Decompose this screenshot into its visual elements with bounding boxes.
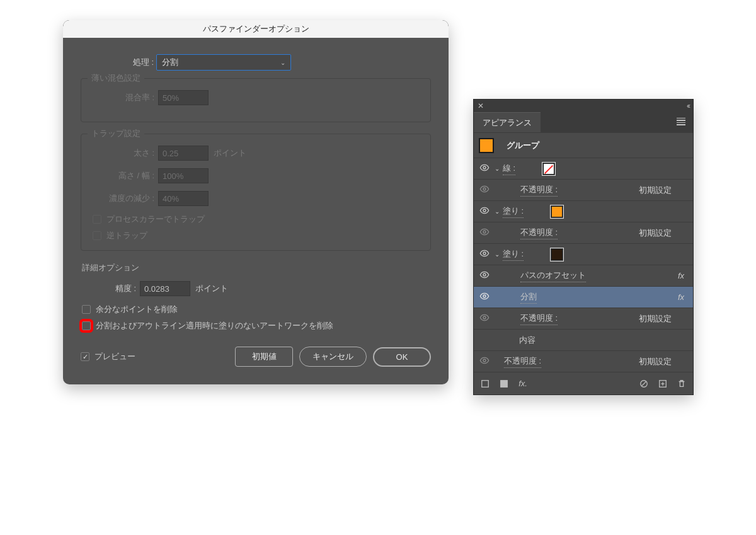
visibility-icon[interactable] [479,355,490,367]
advanced-title: 詳細オプション [82,262,430,273]
panel-menu-icon[interactable] [674,114,688,131]
density-reduce-label: 濃度の減少 : [93,193,154,204]
dialog-title: パスファインダーオプション [63,20,449,38]
svg-point-1 [483,188,486,190]
trash-icon[interactable] [677,379,687,389]
row-fill-1[interactable]: ⌄ 塗り : [474,200,693,222]
visibility-icon[interactable] [479,184,490,196]
trap-fieldset: トラップ設定 太さ : ポイント 高さ / 幅 : 濃度の減少 : プロセスカラ… [81,134,431,251]
precision-unit: ポイント [195,283,228,294]
process-color-checkbox [93,215,101,224]
row-fill-2[interactable]: ⌄ 塗り : [474,243,693,265]
thickness-unit: ポイント [214,147,246,159]
svg-rect-10 [501,380,508,387]
row-object-opacity[interactable]: 不透明度 : 初期設定 [474,350,693,372]
visibility-icon[interactable] [479,227,490,239]
appearance-list: グループ ⌄ 線 : 不透明度 : 初期設定 ⌄ 塗り : [474,132,693,372]
remove-unfilled-checkbox[interactable] [82,321,91,330]
pathfinder-options-dialog: パスファインダーオプション 処理 : 分割 ⌄ 薄い混色設定 混合率 : トラッ… [63,20,449,384]
thickness-label: 太さ : [93,147,154,159]
fill-label: 塗り : [503,205,524,218]
opacity-value: 初期設定 [639,185,672,196]
soft-mix-fieldset: 薄い混色設定 混合率 : [81,78,431,122]
svg-line-12 [642,381,646,386]
operation-value: 分割 [162,57,178,68]
density-reduce-input [158,191,209,206]
clear-icon[interactable] [639,379,649,389]
svg-point-2 [483,209,486,212]
contents-label: 内容 [519,335,536,346]
opacity-label: 不透明度 : [504,355,541,368]
operation-label: 処理 : [81,57,154,68]
row-fill-2-opacity[interactable]: 不透明度 : 初期設定 [474,308,693,329]
advanced-fieldset: 詳細オプション 精度 : ポイント 余分なポイントを削除 分割およびアウトライン… [81,262,431,331]
preview-checkbox[interactable] [81,352,89,361]
duplicate-icon[interactable] [658,379,668,389]
panel-tabbar: アピアランス [474,112,693,132]
visibility-icon[interactable] [479,291,490,303]
opacity-value: 初期設定 [639,313,672,325]
defaults-button[interactable]: 初期値 [235,347,293,367]
divide-label: 分割 [520,291,537,304]
appearance-panel: ✕ ‹‹ アピアランス グループ ⌄ 線 : 不透明度 : [474,100,693,394]
fx-icon[interactable]: fx [678,271,684,280]
mix-ratio-input [158,90,209,105]
svg-point-0 [483,166,486,169]
remove-extra-points-label: 余分なポイントを削除 [96,304,178,315]
new-stroke-icon[interactable] [480,379,490,389]
svg-point-4 [483,252,486,255]
row-stroke-opacity[interactable]: 不透明度 : 初期設定 [474,179,693,200]
row-stroke[interactable]: ⌄ 線 : [474,158,693,179]
fill-swatch-dark[interactable] [551,249,563,260]
fill-label: 塗り : [503,248,524,261]
add-effect-icon[interactable]: fx. [518,379,528,389]
trap-title: トラップ設定 [88,128,144,139]
svg-point-8 [483,359,486,362]
preview-label: プレビュー [94,351,135,362]
height-input [158,168,209,183]
cancel-button[interactable]: キャンセル [299,347,367,367]
opacity-label: 不透明度 : [520,227,558,239]
collapse-icon[interactable]: ‹‹ [687,101,689,110]
expander-icon[interactable]: ⌄ [493,251,501,258]
thickness-input [158,146,209,161]
opacity-value: 初期設定 [639,227,672,239]
precision-input[interactable] [140,281,190,296]
visibility-icon[interactable] [479,248,490,260]
row-offset-path[interactable]: パスのオフセット fx [474,265,693,286]
svg-point-7 [483,316,486,319]
soft-mix-title: 薄い混色設定 [88,72,144,84]
ok-button[interactable]: OK [373,347,431,367]
remove-unfilled-label: 分割およびアウトライン適用時に塗りのないアートワークを削除 [96,320,333,331]
svg-point-6 [483,295,486,297]
opacity-label: 不透明度 : [520,184,558,197]
panel-topbar: ✕ ‹‹ [474,100,693,112]
row-fill-1-opacity[interactable]: 不透明度 : 初期設定 [474,222,693,243]
expander-icon[interactable]: ⌄ [493,208,501,215]
tab-appearance[interactable]: アピアランス [474,112,541,132]
stroke-swatch-none[interactable] [543,163,554,175]
visibility-icon[interactable] [479,205,490,217]
process-color-label: プロセスカラーでトラップ [106,214,205,225]
group-thumbnail [479,138,494,153]
row-contents[interactable]: 内容 [474,329,693,350]
visibility-icon[interactable] [479,270,490,282]
new-fill-icon[interactable] [499,379,509,389]
menu-lines-icon [677,117,685,127]
remove-extra-points-checkbox[interactable] [82,305,91,314]
visibility-icon[interactable] [479,313,490,325]
close-icon[interactable]: ✕ [478,101,484,110]
svg-point-3 [483,231,486,233]
svg-rect-9 [482,380,489,387]
precision-label: 精度 : [82,283,136,294]
reverse-trap-label: 逆トラップ [106,230,147,241]
expander-icon[interactable]: ⌄ [493,165,501,172]
fill-swatch-orange[interactable] [551,206,563,217]
operation-select[interactable]: 分割 ⌄ [156,54,291,71]
row-group[interactable]: グループ [474,132,693,158]
opacity-label: 不透明度 : [520,313,558,325]
mix-ratio-label: 混合率 : [93,92,154,103]
visibility-icon[interactable] [479,163,490,175]
row-divide[interactable]: 分割 fx [474,286,693,308]
fx-icon[interactable]: fx [678,292,684,302]
